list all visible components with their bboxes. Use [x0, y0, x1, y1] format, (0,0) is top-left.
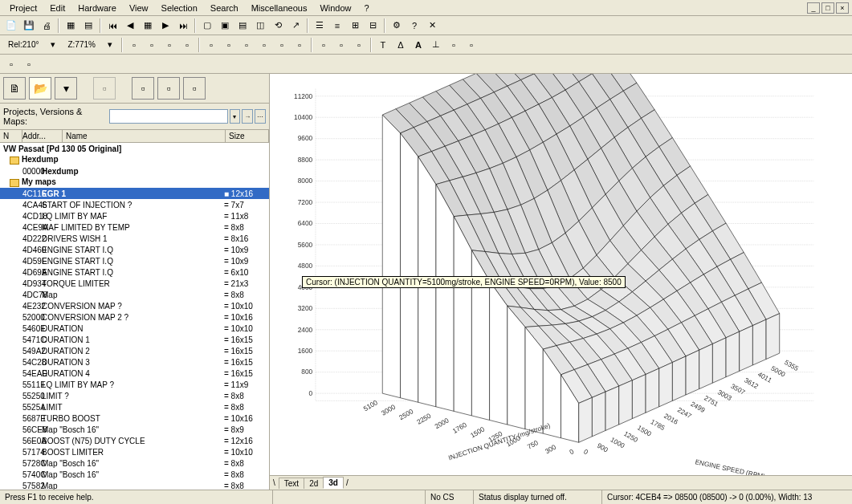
- grid-icon[interactable]: ▦: [140, 18, 156, 34]
- map-row[interactable]: 57174BOOST LIMITER= 10x10: [0, 446, 269, 457]
- tab-text[interactable]: Text: [279, 478, 304, 489]
- tool-j-icon[interactable]: ⊟: [365, 18, 381, 34]
- map-row[interactable]: 5687ETURBO BOOST= 10x16: [0, 413, 269, 424]
- tool-c-icon[interactable]: ▤: [234, 18, 251, 34]
- t2-h-icon[interactable]: ▫: [256, 37, 272, 53]
- map-row[interactable]: 5460EDURATION= 10x10: [0, 323, 269, 334]
- t2-d-icon[interactable]: ▫: [179, 37, 195, 53]
- map-row[interactable]: 56E0ABOOST (N75) DUTY CYCLE= 12x16: [0, 435, 269, 446]
- next-icon[interactable]: ▶: [157, 18, 173, 34]
- hexdump-item[interactable]: 00000 Hexdump: [0, 165, 269, 177]
- t2-k-icon[interactable]: ▫: [316, 37, 332, 53]
- tool-i-icon[interactable]: ⊞: [347, 18, 363, 34]
- t2-f-icon[interactable]: ▫: [221, 37, 237, 53]
- tool-m-icon[interactable]: ✕: [424, 18, 440, 34]
- col-size[interactable]: Size: [226, 130, 269, 142]
- map-row[interactable]: 4D222DRIVERS WISH 1= 8x16: [0, 233, 269, 244]
- t2-c-icon[interactable]: ▫: [161, 37, 177, 53]
- t2-b-icon[interactable]: ▫: [144, 37, 160, 53]
- map-row[interactable]: 4D934TORQUE LIMITER= 21x3: [0, 278, 269, 289]
- t2-i-icon[interactable]: ▫: [274, 37, 290, 53]
- menu-edit[interactable]: Edit: [43, 2, 71, 14]
- t2-g-icon[interactable]: ▫: [238, 37, 255, 53]
- menu-view[interactable]: View: [123, 2, 155, 14]
- map-row[interactable]: 55250LIMIT ?= 8x8: [0, 390, 269, 401]
- map-tree[interactable]: VW Passat [Pd 130 05 Original] Hexdump 0…: [0, 143, 269, 490]
- t2-q-icon[interactable]: ⊥: [428, 37, 444, 53]
- map-row[interactable]: 4D59EENGINE START I.Q= 10x9: [0, 255, 269, 266]
- minimize-button[interactable]: _: [807, 2, 820, 14]
- menu-misc[interactable]: Miscellaneous: [245, 2, 314, 14]
- tool-l-icon[interactable]: ?: [406, 18, 422, 34]
- first-icon[interactable]: ⏮: [104, 18, 120, 34]
- map-row[interactable]: 5471CDURATION 1= 16x15: [0, 334, 269, 345]
- open-dd-icon[interactable]: ▾: [55, 77, 77, 100]
- search-opt-icon[interactable]: ⋯: [255, 109, 266, 124]
- map-row[interactable]: 5740CMap "Bosch 16"= 8x8: [0, 469, 269, 480]
- t3-b-icon[interactable]: ▫: [21, 56, 37, 72]
- prev-icon[interactable]: ◀: [122, 18, 138, 34]
- last-icon[interactable]: ⏭: [175, 18, 191, 34]
- map-row[interactable]: 56CE8Map "Bosch 16"= 8x9: [0, 424, 269, 435]
- map-row[interactable]: 5511EI.Q LIMIT BY MAP ?= 11x9: [0, 379, 269, 390]
- menu-hardware[interactable]: Hardware: [71, 2, 123, 14]
- map-row[interactable]: 4C116EGR 1■ 12x16: [0, 188, 269, 199]
- t2-text-icon[interactable]: T: [375, 37, 391, 53]
- map-row[interactable]: 5525ALIMIT= 8x8: [0, 401, 269, 413]
- map-row[interactable]: 4D69AENGINE START I.Q= 6x10: [0, 266, 269, 278]
- map-row[interactable]: 52000CONVERSION MAP 2 ?= 10x16: [0, 311, 269, 323]
- search-input[interactable]: [109, 109, 228, 124]
- print-icon[interactable]: 🖨: [39, 18, 55, 34]
- col-n[interactable]: N: [0, 130, 22, 142]
- open-folder-icon[interactable]: 📂: [29, 77, 51, 100]
- map-row[interactable]: 54EAEDURATION 4= 16x15: [0, 368, 269, 379]
- t2-e-icon[interactable]: ▫: [203, 37, 219, 53]
- tool-k-icon[interactable]: ⚙: [389, 18, 405, 34]
- map-row[interactable]: 4CD18I.Q LIMIT BY MAF= 11x8: [0, 210, 269, 222]
- t2-m-icon[interactable]: ▫: [351, 37, 367, 53]
- maps-folder[interactable]: My maps: [0, 177, 269, 188]
- close-button[interactable]: ×: [836, 2, 849, 14]
- menu-help[interactable]: ?: [358, 2, 376, 14]
- t2-s-icon[interactable]: ▫: [463, 37, 479, 53]
- map-row[interactable]: 4CE9AMAF LIMITED BY TEMP= 8x8: [0, 222, 269, 233]
- map-row[interactable]: 5728CMap "Bosch 16"= 8x8: [0, 457, 269, 469]
- t2-l-icon[interactable]: ▫: [333, 37, 349, 53]
- map-row[interactable]: 4D460ENGINE START I.Q= 10x9: [0, 244, 269, 255]
- tab-2d[interactable]: 2d: [304, 478, 324, 489]
- tool-g-icon[interactable]: ☰: [312, 18, 328, 34]
- tool-b-icon[interactable]: ▣: [217, 18, 233, 34]
- col-addr[interactable]: Addr...: [22, 130, 63, 142]
- hexdump-folder[interactable]: Hexdump: [0, 154, 269, 165]
- view2-icon[interactable]: ▤: [80, 18, 96, 34]
- save-icon[interactable]: 💾: [21, 18, 37, 34]
- tab-3d[interactable]: 3d: [323, 477, 344, 489]
- t2-bold-icon[interactable]: A: [410, 37, 426, 53]
- search-dropdown-icon[interactable]: ▾: [230, 109, 241, 124]
- tool-e-icon[interactable]: ⟲: [270, 18, 286, 34]
- project-root[interactable]: VW Passat [Pd 130 05 Original]: [0, 143, 269, 154]
- col-name[interactable]: Name: [63, 130, 226, 142]
- t2-r-icon[interactable]: ▫: [446, 37, 462, 53]
- map-row[interactable]: 54C28DURATION 3= 16x15: [0, 356, 269, 368]
- t2-a-icon[interactable]: ▫: [126, 37, 142, 53]
- menu-window[interactable]: Window: [313, 2, 357, 14]
- zoom-dd-icon[interactable]: ▾: [102, 37, 118, 53]
- maximize-button[interactable]: □: [821, 2, 834, 14]
- rel-dd-icon[interactable]: ▾: [45, 37, 61, 53]
- new-doc-icon[interactable]: 🗎: [3, 77, 26, 100]
- tool-h-icon[interactable]: ≡: [329, 18, 345, 34]
- map-row[interactable]: 4DC78Map= 8x8: [0, 289, 269, 300]
- t2-delta-icon[interactable]: Δ: [393, 37, 409, 53]
- lt-c-icon[interactable]: ▫: [183, 77, 206, 100]
- search-go-icon[interactable]: →: [242, 109, 253, 124]
- tool-d-icon[interactable]: ◫: [252, 18, 268, 34]
- map-row[interactable]: 4CA46START OF INJECTION ?= 7x7: [0, 199, 269, 210]
- map-row[interactable]: 549A2DURATION 2= 16x15: [0, 345, 269, 356]
- t2-j-icon[interactable]: ▫: [291, 37, 308, 53]
- view1-icon[interactable]: ▦: [63, 18, 79, 34]
- tool-f-icon[interactable]: ↗: [287, 18, 304, 34]
- menu-project[interactable]: Project: [3, 2, 43, 14]
- map-row[interactable]: 57582Map= 8x8: [0, 480, 269, 490]
- menu-selection[interactable]: Selection: [155, 2, 204, 14]
